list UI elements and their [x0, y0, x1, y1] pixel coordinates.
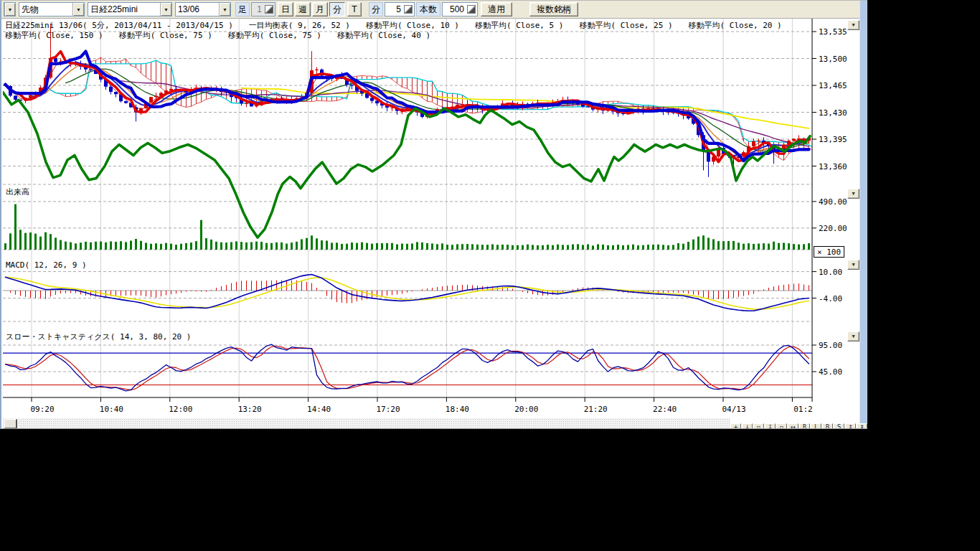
svg-text:490.00: 490.00: [819, 197, 847, 207]
multi-symbol-button[interactable]: 複数銘柄: [529, 2, 578, 17]
chart-canvas[interactable]: 13,53513,50013,46513,43013,39513,360490.…: [3, 19, 862, 418]
mini-tool-button[interactable]: R: [799, 423, 810, 429]
legend-item: 移動平均( Close, 150 ): [5, 30, 103, 41]
chevron-down-icon[interactable]: ▼: [4, 3, 15, 16]
stoch-pane-menu-button[interactable]: ▼: [847, 331, 859, 342]
mini-tool-button[interactable]: ↔: [788, 423, 798, 429]
svg-text:45.00: 45.00: [819, 367, 842, 377]
svg-text:18:40: 18:40: [446, 405, 469, 414]
mini-tool-button[interactable]: ↕: [845, 423, 856, 429]
chevron-down-icon[interactable]: ▼: [160, 3, 171, 16]
count-spinner[interactable]: 500: [442, 2, 478, 17]
bar-interval-value: 1: [252, 4, 263, 14]
macd-pane-menu-button[interactable]: ▼: [847, 260, 859, 270]
mini-tool-button[interactable]: ↨: [857, 423, 867, 429]
mini-tool-button[interactable]: ▫: [776, 423, 787, 429]
market-combo[interactable]: 先物 ▼: [19, 2, 85, 17]
chevron-down-icon[interactable]: ▼: [219, 3, 230, 16]
market-combo-value: 先物: [19, 4, 72, 16]
weekly-button[interactable]: 週: [295, 2, 311, 17]
minute-value: 5: [385, 4, 402, 14]
svg-text:95.00: 95.00: [819, 341, 842, 350]
svg-text:13:20: 13:20: [238, 405, 262, 414]
stoch-pane-label: スロー・ストキャスティクス( 14, 3, 80, 20 ): [6, 331, 191, 342]
tick-button[interactable]: T: [347, 2, 362, 17]
svg-text:13,465: 13,465: [819, 81, 847, 90]
svg-text:13,500: 13,500: [819, 55, 847, 64]
svg-text:14:40: 14:40: [307, 405, 331, 414]
contract-combo-value: 13/06: [176, 4, 219, 14]
legend-item: 一目均衡表( 9, 26, 52 ): [249, 20, 350, 31]
count-value: 500: [443, 4, 466, 14]
symbol-combo[interactable]: 日経225mini ▼: [88, 2, 172, 17]
legend-item: 移動平均( Close, 75 ): [228, 30, 321, 41]
svg-text:-4.00: -4.00: [819, 294, 842, 303]
mini-tool-button[interactable]: ↧: [765, 423, 776, 429]
mini-tool-button[interactable]: ▫: [753, 423, 764, 429]
legend-item: 移動平均( Close, 20 ): [689, 20, 782, 31]
volume-multiplier-box: × 100: [814, 246, 844, 258]
svg-text:220.00: 220.00: [819, 224, 847, 233]
minute-button[interactable]: 分: [329, 2, 345, 17]
mini-tool-button[interactable]: S: [834, 423, 844, 429]
legend-item: 移動平均( Close, 25 ): [579, 20, 672, 31]
mini-tool-button[interactable]: B: [822, 423, 833, 429]
mini-tool-button[interactable]: L: [811, 423, 821, 429]
count-label: 本数: [416, 2, 440, 17]
legend-item: 移動平均( Close, 75 ): [119, 30, 212, 41]
price-pane-menu-button[interactable]: ▼: [847, 20, 859, 30]
spinner-icon[interactable]: [467, 5, 476, 14]
volume-pane-menu-button[interactable]: ▼: [847, 189, 859, 199]
legend-item: 移動平均( Close, 10 ): [366, 20, 459, 31]
contract-combo[interactable]: 13/06 ▼: [175, 2, 231, 17]
horizontal-scrollbar-thumb[interactable]: [4, 419, 17, 428]
daily-button[interactable]: 日: [278, 2, 293, 17]
legend-item: 移動平均( Close, 5 ): [475, 20, 563, 31]
minute-unit-label: 分: [369, 2, 383, 17]
svg-text:09:20: 09:20: [30, 405, 54, 414]
svg-text:10.00: 10.00: [819, 268, 842, 277]
mini-toolbar: +↓▫↧▫↔RLBS↕↨: [730, 423, 867, 429]
horizontal-scrollbar[interactable]: [3, 418, 730, 429]
volume-pane-label: 出来高: [6, 187, 29, 197]
vertical-scrollbar[interactable]: [859, 1, 867, 429]
legend-item: 日経225mini 13/06( 5分, 2013/04/11 - 2013/0…: [5, 20, 233, 31]
legend-row-1: 日経225mini 13/06( 5分, 2013/04/11 - 2013/0…: [5, 20, 782, 31]
svg-text:12:00: 12:00: [169, 405, 192, 414]
macd-pane-label: MACD( 12, 26, 9 ): [6, 260, 87, 270]
chart-app-window: ▼ 先物 ▼ 日経225mini ▼ 13/06 ▼ 足 1 日 週 月 分 T…: [0, 0, 867, 429]
svg-text:21:20: 21:20: [584, 405, 608, 414]
svg-text:01:2: 01:2: [793, 405, 813, 414]
mini-tool-button[interactable]: ↓: [742, 423, 753, 429]
bar-label: 足: [235, 2, 250, 17]
svg-text:13,535: 13,535: [819, 27, 847, 37]
toolbar: ▼ 先物 ▼ 日経225mini ▼ 13/06 ▼ 足 1 日 週 月 分 T…: [1, 1, 867, 19]
svg-text:22:40: 22:40: [653, 405, 677, 414]
legend-item: 移動平均( Close, 40 ): [337, 30, 430, 41]
svg-text:17:20: 17:20: [376, 405, 400, 414]
minute-value-spinner[interactable]: 5: [385, 2, 415, 17]
svg-text:13,430: 13,430: [819, 108, 847, 118]
svg-text:10:40: 10:40: [100, 405, 123, 414]
chevron-down-icon[interactable]: ▼: [72, 3, 84, 16]
legend-row-2: 移動平均( Close, 150 )移動平均( Close, 75 )移動平均(…: [5, 30, 430, 41]
monthly-button[interactable]: 月: [312, 2, 328, 17]
svg-text:13,360: 13,360: [819, 162, 847, 171]
svg-text:04/13: 04/13: [722, 405, 745, 414]
svg-text:13,395: 13,395: [819, 135, 847, 144]
mini-tool-button[interactable]: +: [730, 423, 741, 429]
svg-text:20:00: 20:00: [514, 405, 538, 414]
apply-button[interactable]: 適用: [481, 2, 512, 17]
spinner-icon[interactable]: [265, 5, 273, 14]
mini-dropdown[interactable]: ▼: [4, 2, 16, 17]
spinner-icon[interactable]: [404, 5, 413, 14]
symbol-combo-value: 日経225mini: [88, 4, 160, 16]
bar-interval-spinner[interactable]: 1: [251, 2, 275, 17]
